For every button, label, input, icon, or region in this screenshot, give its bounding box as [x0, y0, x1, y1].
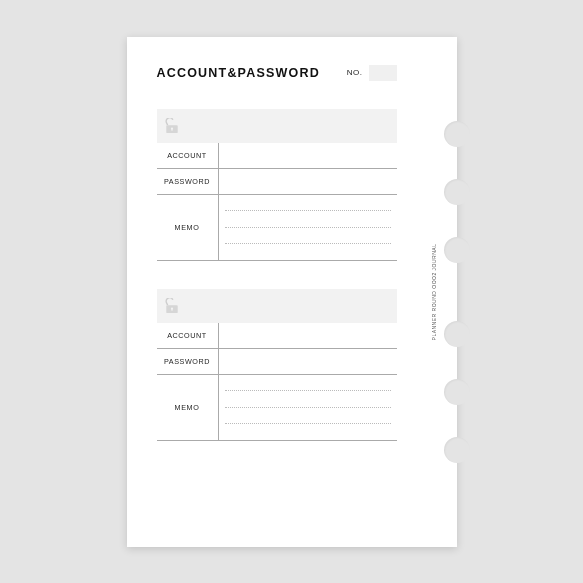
page-number-field[interactable] [369, 65, 397, 81]
dotted-line [225, 227, 391, 228]
memo-lines [225, 375, 391, 440]
password-field[interactable] [219, 349, 397, 374]
binder-hole [444, 237, 470, 263]
password-row: PASSWORD [157, 349, 397, 375]
binder-hole [444, 179, 470, 205]
planner-page: ACCOUNT&PASSWORD NO. ACCOUNT PASSWORD [127, 37, 457, 547]
binder-hole [444, 437, 470, 463]
page-number-label: NO. [347, 68, 363, 77]
dotted-line [225, 210, 391, 211]
unlock-icon [165, 118, 179, 134]
svg-rect-5 [171, 308, 172, 310]
account-field[interactable] [219, 323, 397, 348]
page-title: ACCOUNT&PASSWORD [157, 66, 320, 80]
memo-field[interactable] [219, 375, 397, 440]
entry-header [157, 109, 397, 143]
side-label: PLANNER ROUND OOO2 JOURNAL [431, 243, 437, 340]
page-header: ACCOUNT&PASSWORD NO. [157, 65, 427, 81]
credential-entry: ACCOUNT PASSWORD MEMO [157, 109, 397, 261]
dotted-line [225, 390, 391, 391]
entry-header [157, 289, 397, 323]
memo-row: MEMO [157, 375, 397, 441]
binder-hole [444, 379, 470, 405]
svg-rect-2 [171, 128, 172, 130]
account-label: ACCOUNT [157, 323, 219, 348]
dotted-line [225, 243, 391, 244]
account-label: ACCOUNT [157, 143, 219, 168]
page-number-group: NO. [347, 65, 397, 81]
memo-field[interactable] [219, 195, 397, 260]
credential-entry: ACCOUNT PASSWORD MEMO [157, 289, 397, 441]
account-field[interactable] [219, 143, 397, 168]
dotted-line [225, 423, 391, 424]
password-label: PASSWORD [157, 169, 219, 194]
memo-label: MEMO [157, 375, 219, 440]
binder-hole [444, 321, 470, 347]
binder-hole [444, 121, 470, 147]
account-row: ACCOUNT [157, 143, 397, 169]
password-label: PASSWORD [157, 349, 219, 374]
password-row: PASSWORD [157, 169, 397, 195]
account-row: ACCOUNT [157, 323, 397, 349]
unlock-icon [165, 298, 179, 314]
password-field[interactable] [219, 169, 397, 194]
memo-lines [225, 195, 391, 260]
dotted-line [225, 407, 391, 408]
memo-row: MEMO [157, 195, 397, 261]
binder-holes [444, 37, 470, 547]
memo-label: MEMO [157, 195, 219, 260]
